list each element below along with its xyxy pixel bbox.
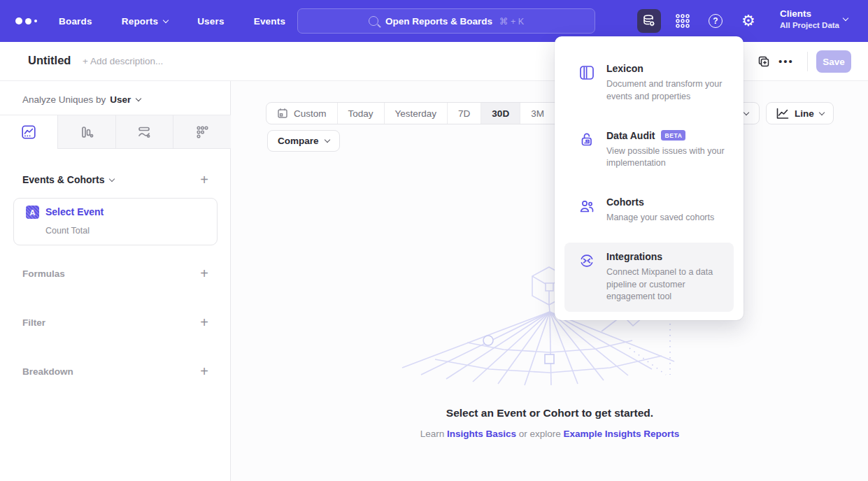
- analyze-uniques-control[interactable]: Analyze Uniques by User: [22, 94, 141, 105]
- range-label: Yesterday: [395, 108, 437, 119]
- chevron-down-icon: [163, 17, 169, 22]
- range-custom[interactable]: Custom: [266, 103, 337, 124]
- add-description-field[interactable]: + Add description...: [83, 56, 163, 66]
- metrics-tab-icon: [194, 124, 210, 140]
- range-7d[interactable]: 7D: [447, 103, 481, 124]
- chevron-down-icon: [743, 109, 748, 115]
- stacked-flows-tab-icon: [136, 124, 152, 140]
- add-breakdown-button[interactable]: +: [200, 365, 208, 378]
- empty-state: Select an Event or Cohort to get started…: [232, 407, 868, 439]
- ellipsis-icon: •••: [778, 58, 794, 65]
- menu-item-data-audit[interactable]: Data Audit BETA View possible issues wit…: [564, 122, 734, 179]
- calendar-icon: [277, 108, 288, 119]
- events-cohorts-toggle[interactable]: Events & Cohorts: [22, 174, 114, 185]
- range-3m[interactable]: 3M: [520, 103, 555, 124]
- range-today[interactable]: Today: [337, 103, 384, 124]
- menu-item-description: Connect Mixpanel to a data pipeline or c…: [606, 266, 731, 303]
- nav-reports[interactable]: Reports: [122, 16, 168, 27]
- mixpanel-logo[interactable]: [15, 0, 37, 42]
- menu-item-title: Data Audit: [606, 130, 655, 141]
- settings-button[interactable]: ⚙: [741, 12, 755, 30]
- chart-type-button[interactable]: Line: [766, 102, 834, 124]
- query-builder-sidebar: Analyze Uniques by User: [0, 81, 231, 481]
- menu-item-lexicon[interactable]: Lexicon Document and transform your even…: [564, 55, 734, 112]
- nav-boards[interactable]: Boards: [59, 16, 92, 27]
- tab-bar-chart[interactable]: [57, 115, 115, 149]
- report-title[interactable]: Untitled: [28, 54, 71, 67]
- lexicon-book-icon: [578, 63, 595, 103]
- analyze-value[interactable]: User: [110, 94, 131, 105]
- database-gear-icon: [641, 13, 657, 29]
- header-divider: [807, 52, 808, 71]
- breakdown-section: Breakdown +: [22, 365, 208, 378]
- project-switcher[interactable]: Clients All Project Data: [780, 8, 839, 31]
- copy-plus-icon: [757, 55, 770, 68]
- tab-line-chart[interactable]: [0, 115, 57, 149]
- range-label: Today: [348, 108, 373, 119]
- analyze-prefix: Analyze Uniques by: [22, 94, 106, 105]
- mixpanel-app: Select an Event or Cohort to get started…: [0, 0, 868, 481]
- range-yesterday[interactable]: Yesterday: [384, 103, 448, 124]
- insights-basics-link[interactable]: Insights Basics: [447, 429, 516, 439]
- compare-button[interactable]: Compare: [267, 130, 340, 152]
- search-placeholder: Open Reports & Boards: [385, 16, 492, 27]
- example-reports-link[interactable]: Example Insights Reports: [564, 429, 680, 439]
- nav-users[interactable]: Users: [197, 16, 225, 27]
- range-label: Custom: [294, 108, 327, 119]
- select-event-card[interactable]: A Select Event Count Total: [13, 198, 218, 245]
- add-filter-button[interactable]: +: [200, 316, 208, 329]
- select-event-label[interactable]: Select Event: [45, 206, 104, 217]
- compare-label: Compare: [278, 136, 319, 146]
- data-management-button-active[interactable]: [637, 9, 661, 33]
- save-button[interactable]: Save: [816, 50, 851, 73]
- menu-item-description: View possible issues with your implement…: [606, 145, 731, 171]
- data-audit-icon: [578, 130, 595, 171]
- menu-item-title: Integrations: [606, 251, 662, 262]
- add-event-button[interactable]: +: [200, 173, 208, 186]
- chevron-down-icon: [324, 137, 329, 143]
- beta-badge: BETA: [661, 130, 685, 141]
- filter-section: Filter +: [22, 316, 208, 329]
- tab-stacked-chart[interactable]: [115, 115, 173, 149]
- empty-middle: or explore: [519, 429, 561, 439]
- tab-metrics[interactable]: [173, 115, 231, 149]
- cohorts-people-icon: [578, 196, 595, 224]
- breakdown-label: Breakdown: [22, 366, 73, 377]
- formulas-section: Formulas +: [22, 267, 208, 280]
- bar-chart-tab-icon: [79, 124, 94, 140]
- filter-label: Filter: [22, 317, 45, 328]
- search-shortcut: ⌘ + K: [499, 16, 524, 27]
- global-search-input[interactable]: Open Reports & Boards ⌘ + K: [297, 8, 595, 34]
- gear-icon: ⚙: [741, 12, 755, 29]
- range-30d-selected[interactable]: 30D: [481, 103, 520, 124]
- events-section-header: Events & Cohorts +: [22, 173, 208, 186]
- range-label: 3M: [531, 108, 544, 119]
- question-icon: ?: [713, 16, 718, 26]
- range-label: 7D: [458, 108, 470, 119]
- apps-grid-button[interactable]: [674, 13, 691, 29]
- menu-item-cohorts[interactable]: Cohorts Manage your saved cohorts: [564, 188, 734, 233]
- events-cohorts-label: Events & Cohorts: [22, 174, 104, 185]
- add-formula-button[interactable]: +: [200, 267, 208, 280]
- nav-label: Reports: [122, 16, 158, 27]
- nav-menu: Boards Reports Users Events: [59, 0, 285, 42]
- menu-item-text: Cohorts Manage your saved cohorts: [606, 196, 731, 224]
- menu-item-title: Lexicon: [606, 63, 643, 74]
- nav-label: Events: [254, 16, 285, 27]
- line-chart-icon: [776, 108, 789, 120]
- menu-item-text: Integrations Connect Mixpanel to a data …: [606, 251, 731, 303]
- count-total-label[interactable]: Count Total: [45, 226, 90, 236]
- header-actions: ••• Save: [753, 50, 851, 73]
- duplicate-button[interactable]: [753, 50, 775, 73]
- integrations-sync-icon: [578, 251, 595, 303]
- nav-events[interactable]: Events: [254, 16, 285, 27]
- data-management-dropdown: Lexicon Document and transform your even…: [555, 36, 744, 320]
- line-chart-tab-icon: [21, 124, 36, 140]
- formulas-label: Formulas: [22, 268, 65, 279]
- menu-item-text: Data Audit BETA View possible issues wit…: [606, 130, 731, 171]
- help-button[interactable]: ?: [709, 14, 723, 28]
- menu-item-integrations[interactable]: Integrations Connect Mixpanel to a data …: [564, 243, 734, 312]
- apps-grid-icon: [674, 13, 691, 29]
- empty-state-subtitle: Learn Insights Basics or explore Example…: [232, 429, 868, 439]
- more-options-button[interactable]: •••: [775, 50, 797, 73]
